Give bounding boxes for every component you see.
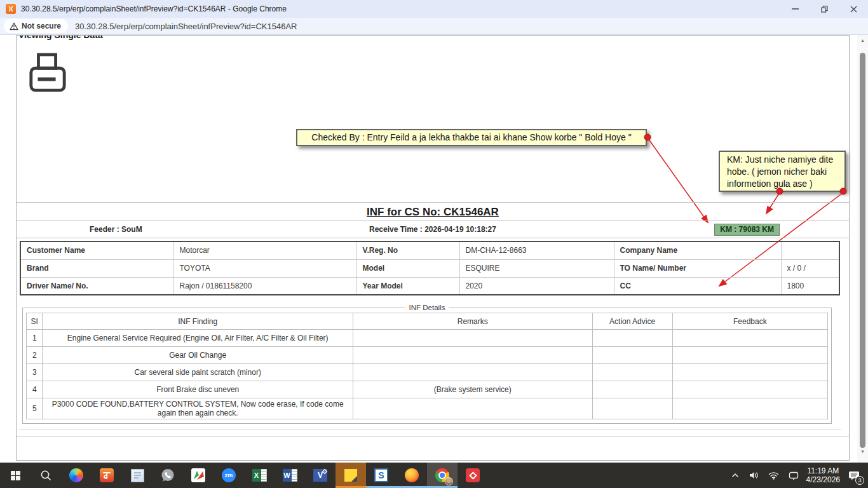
taskbar-item-photo-app[interactable] xyxy=(183,463,214,488)
taskbar-item-whatsapp[interactable] xyxy=(153,463,183,488)
cell-si: 2 xyxy=(27,347,43,364)
search-icon xyxy=(40,470,52,482)
cell-feedback xyxy=(672,364,827,381)
cell-value xyxy=(781,241,839,259)
minimize-button[interactable] xyxy=(780,0,810,18)
sticky-notes-icon xyxy=(344,469,357,482)
inf-details-legend: INF Details xyxy=(405,304,449,311)
notification-center-button[interactable]: 3 xyxy=(846,463,863,488)
taskbar-item-chrome[interactable] xyxy=(427,463,458,488)
cell-value: 1800 xyxy=(781,277,839,295)
column-header: SI xyxy=(27,313,43,330)
security-label: Not secure xyxy=(22,22,61,30)
security-chip[interactable]: Not secure xyxy=(4,19,68,33)
camera-icon xyxy=(789,471,799,480)
search-button[interactable] xyxy=(31,463,61,488)
vertical-scrollbar[interactable]: ▲ ▼ xyxy=(857,35,868,463)
wifi-icon xyxy=(768,471,779,480)
cell-value: ESQUIRE xyxy=(459,259,614,277)
notification-badge: 3 xyxy=(855,476,864,485)
cell-label: TO Name/ Number xyxy=(614,259,781,277)
tray-time: 11:19 AM xyxy=(806,466,840,475)
taskbar-item-zoom[interactable]: zm xyxy=(214,463,244,488)
xampp-icon xyxy=(6,4,16,14)
table-row: 2 Gear Oil Change xyxy=(27,347,828,364)
taskbar-tiles: zm X W V S xyxy=(0,463,488,488)
photo-app-icon xyxy=(191,468,205,482)
network-button[interactable] xyxy=(766,463,781,488)
doc-title-row: INF for CS No: CK1546AR xyxy=(17,202,849,221)
cell-label: Driver Name/ No. xyxy=(20,277,173,295)
clock[interactable]: 11:19 AM 4/23/2026 xyxy=(806,466,840,484)
address-bar: Not secure 30.30.28.5/erp/erp/complainSh… xyxy=(0,18,868,35)
red-diamond-app-icon xyxy=(466,468,480,482)
whatsapp-icon xyxy=(160,468,175,483)
taskbar-item-red-app[interactable] xyxy=(458,463,488,488)
taskbar-item-notepad[interactable] xyxy=(122,463,153,488)
firefox-icon xyxy=(405,468,419,482)
cell-action xyxy=(592,347,672,364)
cell-label: V.Reg. No xyxy=(356,241,459,259)
cell-value: 2020 xyxy=(459,277,614,295)
windows-logo-icon xyxy=(11,471,20,480)
cell-finding: Car several side paint scratch (minor) xyxy=(43,364,353,381)
cell-action xyxy=(592,330,672,347)
print-button[interactable] xyxy=(28,53,67,93)
cell-remarks xyxy=(353,364,592,381)
volume-button[interactable] xyxy=(747,463,761,488)
cell-remarks xyxy=(353,398,592,419)
copilot-icon xyxy=(69,468,83,482)
cell-feedback xyxy=(672,381,827,398)
close-button[interactable] xyxy=(839,0,868,18)
excel-icon: X xyxy=(252,469,267,482)
scrollbar-thumb[interactable] xyxy=(860,53,865,448)
column-header: Remarks xyxy=(353,313,592,330)
cell-finding: P3000 CODE FOUND,BATTERY CONTROL SYSTEM,… xyxy=(43,398,353,419)
cell-si: 5 xyxy=(27,398,43,419)
tray-overflow-button[interactable] xyxy=(729,463,741,488)
cell-remarks xyxy=(353,330,592,347)
taskbar-item-excel[interactable]: X xyxy=(244,463,275,488)
chevron-up-icon xyxy=(731,473,739,478)
cell-value: TOYOTA xyxy=(173,259,356,277)
cell-value: DM-CHA-12-8663 xyxy=(459,241,614,259)
taskbar-item-s-app[interactable]: S xyxy=(366,463,397,488)
inf-details-table: SI INF Finding Remarks Action Advice Fee… xyxy=(26,313,828,419)
scroll-up-arrow[interactable]: ▲ xyxy=(857,35,868,45)
cell-finding: Engine General Service Required (Engine … xyxy=(43,330,353,347)
cell-action xyxy=(592,364,672,381)
meet-now-button[interactable] xyxy=(787,463,801,488)
cell-feedback xyxy=(672,347,827,364)
doc-meta-row: Feeder : SouM Receive Time : 2026-04-19 … xyxy=(17,221,849,238)
taskbar-item-word[interactable]: W xyxy=(275,463,305,488)
system-tray: 11:19 AM 4/23/2026 3 xyxy=(729,463,868,488)
column-header: Action Advice xyxy=(592,313,672,330)
cell-remarks: (Brake system service) xyxy=(353,381,592,398)
cell-si: 4 xyxy=(27,381,43,398)
taskbar-item-sticky-notes[interactable] xyxy=(336,463,366,488)
taskbar: zm X W V S xyxy=(0,463,868,488)
speaker-icon xyxy=(749,471,759,480)
avro-keyboard-icon xyxy=(100,468,114,482)
restore-button[interactable] xyxy=(810,0,839,18)
start-button[interactable] xyxy=(0,463,31,488)
notepad-icon xyxy=(131,469,144,482)
cell-value: Rajon / 01861158200 xyxy=(173,277,356,295)
km-badge: KM : 79083 KM xyxy=(714,224,780,236)
feeder-label: Feeder : SouM xyxy=(90,221,142,238)
url-field[interactable]: 30.30.28.5/erp/erp/complainSheet/infPrev… xyxy=(75,22,297,31)
zoom-icon: zm xyxy=(222,468,236,482)
callout-checked-by: Checked By : Entry Feild a ja lekha thak… xyxy=(296,129,647,146)
cell-si: 1 xyxy=(27,330,43,347)
taskbar-item-visio[interactable]: V xyxy=(305,463,336,488)
taskbar-item-avro-keyboard[interactable] xyxy=(92,463,122,488)
table-row: Customer Name Motorcar V.Reg. No DM-CHA-… xyxy=(20,241,839,259)
cell-label: Year Model xyxy=(356,277,459,295)
cell-si: 3 xyxy=(27,364,43,381)
warning-icon xyxy=(10,22,18,30)
cell-label: Brand xyxy=(20,259,173,277)
taskbar-item-copilot[interactable] xyxy=(61,463,92,488)
document-page: Viewing Single Data Checked By : Entry F… xyxy=(16,35,850,461)
scroll-down-arrow[interactable]: ▼ xyxy=(857,446,868,456)
taskbar-item-firefox[interactable] xyxy=(397,463,427,488)
